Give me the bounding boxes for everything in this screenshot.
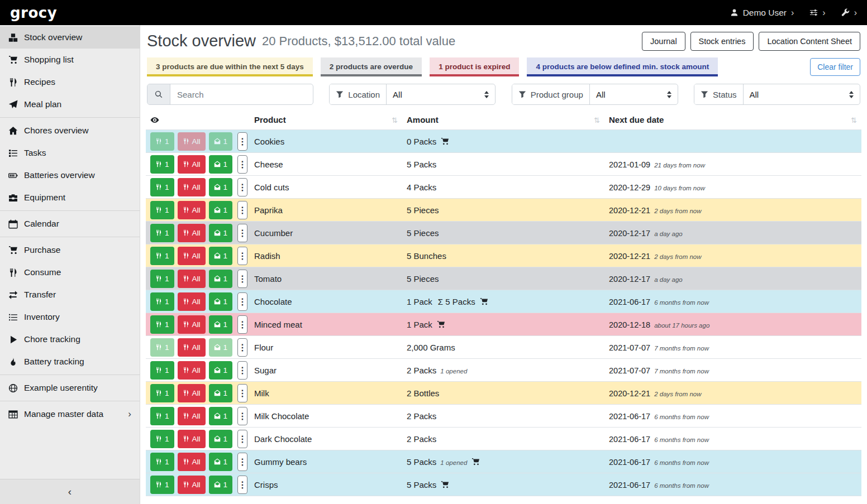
row-menu-button[interactable]: ⋮ <box>237 361 247 380</box>
consume-all-button[interactable]: All <box>178 407 206 425</box>
consume-all-button[interactable]: All <box>178 247 206 265</box>
row-menu-button[interactable]: ⋮ <box>237 247 247 265</box>
consume-one-button[interactable]: 1 <box>150 430 174 448</box>
consume-one-button[interactable]: 1 <box>150 292 174 311</box>
row-menu-button[interactable]: ⋮ <box>237 178 247 196</box>
consume-one-button[interactable]: 1 <box>150 270 174 288</box>
consume-all-button[interactable]: All <box>178 430 206 448</box>
shopping-cart-icon[interactable] <box>441 481 449 489</box>
journal-button[interactable]: Journal <box>642 32 685 51</box>
sidebar-item-recipes[interactable]: Recipes <box>0 71 140 93</box>
consume-one-button[interactable]: 1 <box>150 384 174 402</box>
filter-select-product-group[interactable]: All <box>590 84 678 104</box>
consume-all-button[interactable]: All <box>178 155 206 174</box>
sidebar-item-battery-tracking[interactable]: Battery tracking <box>0 351 140 373</box>
consume-all-button[interactable]: All <box>178 292 206 311</box>
sidebar-item-tasks[interactable]: Tasks <box>0 142 140 164</box>
consume-all-button[interactable]: All <box>178 132 206 151</box>
open-one-button[interactable]: 1 <box>209 315 233 334</box>
row-menu-button[interactable]: ⋮ <box>237 292 247 311</box>
consume-all-button[interactable]: All <box>178 338 206 357</box>
open-one-button[interactable]: 1 <box>209 361 233 380</box>
sidebar-item-consume[interactable]: Consume <box>0 261 140 284</box>
open-one-button[interactable]: 1 <box>209 178 233 196</box>
sidebar-item-purchase[interactable]: Purchase <box>0 239 140 261</box>
status-banner-due-soon[interactable]: 3 products are due within the next 5 day… <box>147 57 313 76</box>
sidebar-item-manage-master-data[interactable]: Manage master data› <box>0 403 140 425</box>
consume-one-button[interactable]: 1 <box>150 407 174 425</box>
consume-all-button[interactable]: All <box>178 270 206 288</box>
shopping-cart-icon[interactable] <box>441 137 449 146</box>
consume-all-button[interactable]: All <box>178 384 206 402</box>
consume-one-button[interactable]: 1 <box>150 201 174 219</box>
status-banner-below-min[interactable]: 4 products are below defined min. stock … <box>527 57 718 76</box>
sidebar-item-meal-plan[interactable]: Meal plan <box>0 93 140 116</box>
row-menu-button[interactable]: ⋮ <box>237 430 247 448</box>
sidebar-item-transfer[interactable]: Transfer <box>0 284 140 306</box>
consume-one-button[interactable]: 1 <box>150 338 174 357</box>
row-menu-button[interactable]: ⋮ <box>237 407 247 425</box>
consume-all-button[interactable]: All <box>178 476 206 494</box>
consume-one-button[interactable]: 1 <box>150 361 174 380</box>
row-menu-button[interactable]: ⋮ <box>237 338 247 357</box>
row-menu-button[interactable]: ⋮ <box>237 315 247 334</box>
open-one-button[interactable]: 1 <box>209 407 233 425</box>
open-one-button[interactable]: 1 <box>209 430 233 448</box>
status-banner-expired[interactable]: 1 product is expired <box>430 57 519 76</box>
consume-all-button[interactable]: All <box>178 315 206 334</box>
sidebar-item-calendar[interactable]: Calendar <box>0 213 140 235</box>
row-menu-button[interactable]: ⋮ <box>237 476 247 494</box>
shopping-cart-icon[interactable] <box>471 458 480 466</box>
open-one-button[interactable]: 1 <box>209 476 233 494</box>
row-menu-button[interactable]: ⋮ <box>237 224 247 242</box>
sidebar-item-chores-overview[interactable]: Chores overview <box>0 119 140 142</box>
sidebar-item-batteries-overview[interactable]: Batteries overview <box>0 164 140 186</box>
open-one-button[interactable]: 1 <box>209 338 233 357</box>
location-content-sheet-button[interactable]: Location Content Sheet <box>759 32 860 51</box>
consume-one-button[interactable]: 1 <box>150 155 174 174</box>
open-one-button[interactable]: 1 <box>209 155 233 174</box>
sidebar-collapse-button[interactable]: ‹ <box>0 479 140 504</box>
open-one-button[interactable]: 1 <box>209 292 233 311</box>
consume-all-button[interactable]: All <box>178 224 206 242</box>
sidebar-item-example-userentity[interactable]: Example userentity <box>0 377 140 399</box>
consume-all-button[interactable]: All <box>178 201 206 219</box>
filter-select-location[interactable]: All <box>387 84 495 104</box>
search-input[interactable] <box>170 84 313 104</box>
open-one-button[interactable]: 1 <box>209 384 233 402</box>
consume-one-button[interactable]: 1 <box>150 178 174 196</box>
open-one-button[interactable]: 1 <box>209 201 233 219</box>
row-menu-button[interactable]: ⋮ <box>237 270 247 288</box>
consume-one-button[interactable]: 1 <box>150 315 174 334</box>
consume-one-button[interactable]: 1 <box>150 247 174 265</box>
consume-one-button[interactable]: 1 <box>150 132 174 151</box>
column-header-next-due-date[interactable]: Next due date ⇅ <box>604 112 861 130</box>
open-one-button[interactable]: 1 <box>209 132 233 151</box>
sidebar-item-chore-tracking[interactable]: Chore tracking <box>0 328 140 351</box>
sidebar-item-inventory[interactable]: Inventory <box>0 306 140 328</box>
open-one-button[interactable]: 1 <box>209 453 233 471</box>
shopping-cart-icon[interactable] <box>437 320 445 329</box>
status-banner-overdue[interactable]: 2 products are overdue <box>321 57 422 76</box>
admin-menu[interactable]: › <box>841 8 857 17</box>
open-one-button[interactable]: 1 <box>209 247 233 265</box>
open-one-button[interactable]: 1 <box>209 224 233 242</box>
consume-one-button[interactable]: 1 <box>150 224 174 242</box>
row-menu-button[interactable]: ⋮ <box>237 201 247 219</box>
sidebar-item-shopping-list[interactable]: Shopping list <box>0 49 140 71</box>
consume-all-button[interactable]: All <box>178 361 206 380</box>
sidebar-item-stock-overview[interactable]: Stock overview <box>0 26 140 49</box>
stock-entries-button[interactable]: Stock entries <box>690 32 754 51</box>
consume-all-button[interactable]: All <box>178 178 206 196</box>
column-header-amount[interactable]: Amount ⇅ <box>402 112 604 130</box>
consume-one-button[interactable]: 1 <box>150 453 174 471</box>
sidebar-item-equipment[interactable]: Equipment <box>0 186 140 209</box>
clear-filter-button[interactable]: Clear filter <box>810 58 860 76</box>
row-menu-button[interactable]: ⋮ <box>237 453 247 471</box>
consume-all-button[interactable]: All <box>178 453 206 471</box>
user-menu[interactable]: Demo User › <box>730 8 794 18</box>
column-header-product[interactable]: Product ⇅ <box>250 112 402 130</box>
row-menu-button[interactable]: ⋮ <box>237 384 247 402</box>
consume-one-button[interactable]: 1 <box>150 476 174 494</box>
row-menu-button[interactable]: ⋮ <box>237 155 247 174</box>
